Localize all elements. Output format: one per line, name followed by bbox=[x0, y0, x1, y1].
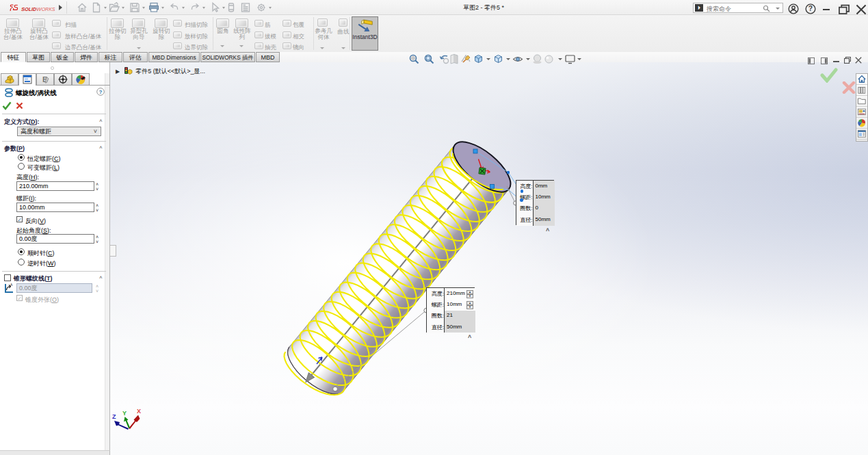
svg-text:X: X bbox=[137, 408, 141, 415]
svg-text:?: ? bbox=[808, 5, 813, 12]
svg-text:Z: Z bbox=[112, 413, 116, 420]
svg-text:?: ? bbox=[99, 89, 103, 95]
svg-text:Y: Y bbox=[122, 410, 127, 417]
svg-text:A: A bbox=[10, 283, 13, 287]
